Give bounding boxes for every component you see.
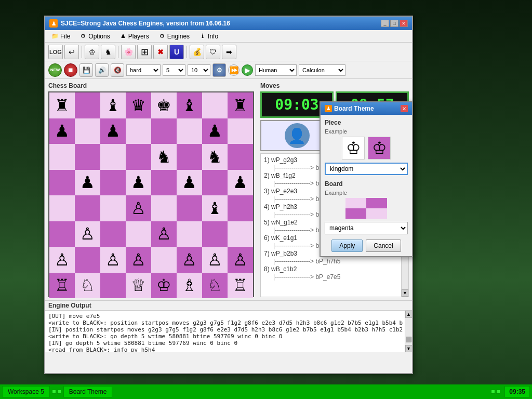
- logout-button[interactable]: ➡: [222, 45, 236, 59]
- square-3-3[interactable]: ♟: [126, 170, 151, 196]
- engine-scrollbar[interactable]: ▲ ▼: [405, 311, 412, 352]
- square-3-5[interactable]: ♟: [177, 170, 202, 196]
- square-1-0[interactable]: ♟: [49, 118, 75, 144]
- close-button[interactable]: ✕: [400, 20, 408, 27]
- apply-button[interactable]: Apply: [331, 240, 363, 252]
- square-7-2[interactable]: [100, 273, 126, 299]
- square-3-1[interactable]: ♟: [75, 170, 100, 196]
- u-button[interactable]: U: [169, 45, 184, 59]
- black-piece-button[interactable]: ♞: [101, 45, 115, 59]
- square-2-5[interactable]: [177, 144, 202, 170]
- square-4-6[interactable]: ♝: [202, 195, 228, 221]
- square-4-7[interactable]: [228, 195, 253, 221]
- square-0-4[interactable]: ♚: [151, 92, 177, 118]
- square-6-6[interactable]: ♙: [202, 247, 228, 273]
- player-type-select[interactable]: Human Computer: [255, 64, 297, 76]
- square-0-6[interactable]: [202, 92, 228, 118]
- stop-button[interactable]: ⏹: [64, 63, 77, 77]
- square-7-7[interactable]: ♖: [228, 273, 253, 299]
- square-6-0[interactable]: ♙: [49, 247, 75, 273]
- engine-scroll-thumb[interactable]: [406, 337, 411, 342]
- engine-scroll-up[interactable]: ▲: [405, 311, 413, 318]
- square-4-3[interactable]: ♙: [126, 195, 151, 221]
- square-2-4[interactable]: ♞: [151, 144, 177, 170]
- square-0-5[interactable]: ♝: [177, 92, 202, 118]
- save-button[interactable]: 💾: [79, 63, 93, 77]
- settings-button[interactable]: ⚙: [212, 63, 226, 77]
- menu-players[interactable]: ♟ Players: [115, 32, 153, 41]
- square-5-2[interactable]: [100, 221, 126, 247]
- square-5-5[interactable]: [177, 221, 202, 247]
- square-5-3[interactable]: [126, 221, 151, 247]
- square-1-2[interactable]: ♟: [100, 118, 126, 144]
- square-2-2[interactable]: [100, 144, 126, 170]
- x-button[interactable]: ✖: [153, 45, 168, 59]
- difficulty-select[interactable]: hard easy medium expert: [126, 64, 161, 76]
- square-1-4[interactable]: [151, 118, 177, 144]
- square-1-3[interactable]: [126, 118, 151, 144]
- time-select[interactable]: 10 5152030: [188, 64, 210, 76]
- square-7-0[interactable]: ♖: [49, 273, 75, 299]
- back-arrow[interactable]: ⏩: [228, 64, 240, 76]
- square-0-1[interactable]: [75, 92, 100, 118]
- square-1-7[interactable]: [228, 118, 253, 144]
- square-4-4[interactable]: [151, 195, 177, 221]
- square-4-1[interactable]: [75, 195, 100, 221]
- forward-arrow[interactable]: ▶: [242, 64, 253, 76]
- engine-scroll-track[interactable]: [405, 318, 412, 345]
- square-2-7[interactable]: [228, 144, 253, 170]
- square-2-6[interactable]: ♞: [202, 144, 228, 170]
- square-3-6[interactable]: [202, 170, 228, 196]
- engine-select[interactable]: Calculon Stockfish Crafty: [299, 64, 345, 76]
- mute-button[interactable]: 🔇: [111, 63, 124, 77]
- cancel-button[interactable]: Cancel: [366, 240, 401, 252]
- square-5-7[interactable]: [228, 221, 253, 247]
- square-0-2[interactable]: ♝: [100, 92, 126, 118]
- maximize-button[interactable]: □: [390, 20, 398, 27]
- menu-engines[interactable]: ⚙ Engines: [154, 32, 194, 41]
- square-0-7[interactable]: ♜: [228, 92, 253, 118]
- square-7-5[interactable]: ♗: [177, 273, 202, 299]
- square-7-3[interactable]: ♕: [126, 273, 151, 299]
- square-5-4[interactable]: ♙: [151, 221, 177, 247]
- square-7-6[interactable]: ♘: [202, 273, 228, 299]
- square-3-4[interactable]: [151, 170, 177, 196]
- log-button[interactable]: LOG: [48, 45, 63, 59]
- square-3-2[interactable]: [100, 170, 126, 196]
- white-piece-button[interactable]: ♔: [85, 45, 99, 59]
- menu-info[interactable]: ℹ Info: [195, 32, 222, 41]
- dialog-close-button[interactable]: ✕: [401, 105, 408, 112]
- square-2-1[interactable]: [75, 144, 100, 170]
- board-color-select[interactable]: magenta green brown blue grey: [325, 222, 408, 234]
- minimize-button[interactable]: _: [381, 20, 389, 27]
- square-4-2[interactable]: [100, 195, 126, 221]
- engine-output[interactable]: [OUT] move e7e5<write to BLACK>: positio…: [45, 311, 405, 352]
- square-0-0[interactable]: ♜: [49, 92, 75, 118]
- square-6-1[interactable]: [75, 247, 100, 273]
- square-1-1[interactable]: [75, 118, 100, 144]
- taskbar-boardtheme[interactable]: Board Theme: [63, 386, 113, 397]
- square-1-6[interactable]: ♟: [202, 118, 228, 144]
- sound-button[interactable]: 🔊: [95, 63, 109, 77]
- square-6-3[interactable]: ♙: [126, 247, 151, 273]
- menu-file[interactable]: 📁 File: [47, 32, 74, 41]
- depth-select[interactable]: 5 1234 678: [163, 64, 185, 76]
- taskbar-workspace[interactable]: Workspace 5: [2, 386, 50, 397]
- grid-button[interactable]: ⊞: [137, 45, 152, 59]
- square-5-1[interactable]: ♙: [75, 221, 100, 247]
- square-5-0[interactable]: [49, 221, 75, 247]
- square-4-5[interactable]: [177, 195, 202, 221]
- menu-options[interactable]: ⚙ Options: [75, 32, 114, 41]
- piece-style-select[interactable]: kingdom classic modern alpha: [325, 163, 408, 175]
- square-6-4[interactable]: [151, 247, 177, 273]
- square-6-5[interactable]: ♙: [177, 247, 202, 273]
- flower-button[interactable]: 🌸: [121, 45, 136, 59]
- square-1-5[interactable]: [177, 118, 202, 144]
- new-game-button[interactable]: NEW: [48, 63, 62, 77]
- engine-scroll-down[interactable]: ▼: [405, 345, 413, 352]
- square-2-3[interactable]: [126, 144, 151, 170]
- square-5-6[interactable]: [202, 221, 228, 247]
- square-3-7[interactable]: ♟: [228, 170, 253, 196]
- square-0-3[interactable]: ♛: [126, 92, 151, 118]
- square-3-0[interactable]: [49, 170, 75, 196]
